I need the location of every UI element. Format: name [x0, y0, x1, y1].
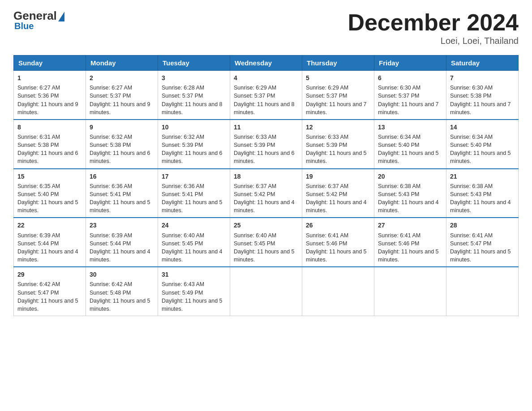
daylight-label: Daylight: 11 hours and 4 minutes.: [378, 199, 439, 214]
daylight-label: Daylight: 11 hours and 8 minutes.: [234, 101, 295, 116]
calendar-cell: 9Sunrise: 6:32 AMSunset: 5:38 PMDaylight…: [86, 120, 158, 169]
sunrise-label: Sunrise: 6:32 AM: [162, 134, 204, 140]
sunrise-label: Sunrise: 6:42 AM: [17, 281, 60, 287]
day-number: 13: [378, 123, 442, 132]
daylight-label: Daylight: 11 hours and 4 minutes.: [17, 248, 78, 263]
daylight-label: Daylight: 11 hours and 7 minutes.: [378, 101, 439, 116]
calendar-header-row: SundayMondayTuesdayWednesdayThursdayFrid…: [14, 56, 519, 71]
day-number: 29: [17, 270, 82, 279]
day-number: 27: [378, 221, 442, 230]
sunset-label: Sunset: 5:39 PM: [162, 142, 203, 148]
sunset-label: Sunset: 5:39 PM: [234, 142, 275, 148]
day-number: 26: [306, 221, 370, 230]
sunset-label: Sunset: 5:47 PM: [450, 240, 491, 247]
day-number: 24: [162, 221, 226, 230]
title-block: December 2024 Loei, Loei, Thailand: [348, 9, 519, 46]
column-header-wednesday: Wednesday: [230, 56, 302, 71]
daylight-label: Daylight: 11 hours and 8 minutes.: [162, 101, 223, 116]
sunrise-label: Sunrise: 6:30 AM: [450, 85, 493, 91]
column-header-monday: Monday: [86, 56, 158, 71]
calendar-cell: 21Sunrise: 6:38 AMSunset: 5:43 PMDayligh…: [446, 169, 519, 218]
day-number: 20: [378, 172, 442, 181]
logo-triangle-icon: [58, 12, 64, 21]
calendar-cell: [302, 267, 374, 316]
calendar-cell: 3Sunrise: 6:28 AMSunset: 5:37 PMDaylight…: [158, 71, 230, 120]
sunset-label: Sunset: 5:37 PM: [162, 93, 203, 99]
calendar-cell: 5Sunrise: 6:29 AMSunset: 5:37 PMDaylight…: [302, 71, 374, 120]
day-number: 11: [234, 123, 298, 132]
sunset-label: Sunset: 5:38 PM: [17, 142, 59, 148]
calendar-cell: [446, 267, 519, 316]
calendar-cell: 26Sunrise: 6:41 AMSunset: 5:46 PMDayligh…: [302, 218, 374, 267]
calendar-cell: 10Sunrise: 6:32 AMSunset: 5:39 PMDayligh…: [158, 120, 230, 169]
sunrise-label: Sunrise: 6:27 AM: [90, 85, 132, 91]
calendar-cell: 12Sunrise: 6:33 AMSunset: 5:39 PMDayligh…: [302, 120, 374, 169]
sunrise-label: Sunrise: 6:33 AM: [234, 134, 276, 140]
day-number: 5: [306, 73, 370, 82]
day-number: 15: [17, 172, 82, 181]
daylight-label: Daylight: 11 hours and 5 minutes.: [162, 298, 223, 312]
sunset-label: Sunset: 5:46 PM: [378, 240, 419, 247]
daylight-label: Daylight: 11 hours and 6 minutes.: [234, 150, 295, 164]
sunset-label: Sunset: 5:40 PM: [450, 142, 491, 148]
calendar-cell: 8Sunrise: 6:31 AMSunset: 5:38 PMDaylight…: [14, 120, 86, 169]
calendar-cell: 15Sunrise: 6:35 AMSunset: 5:40 PMDayligh…: [14, 169, 86, 218]
sunset-label: Sunset: 5:44 PM: [90, 240, 131, 247]
daylight-label: Daylight: 11 hours and 5 minutes.: [306, 248, 367, 263]
calendar-cell: [374, 267, 446, 316]
month-title: December 2024: [348, 9, 519, 36]
sunset-label: Sunset: 5:37 PM: [306, 93, 347, 99]
daylight-label: Daylight: 11 hours and 4 minutes.: [306, 199, 367, 214]
sunset-label: Sunset: 5:39 PM: [306, 142, 347, 148]
sunrise-label: Sunrise: 6:34 AM: [378, 134, 420, 140]
day-number: 14: [450, 123, 515, 132]
sunset-label: Sunset: 5:43 PM: [378, 191, 419, 197]
page-header: General Blue December 2024 Loei, Loei, T…: [13, 9, 519, 46]
sunrise-label: Sunrise: 6:34 AM: [450, 134, 493, 140]
daylight-label: Daylight: 11 hours and 7 minutes.: [306, 101, 367, 116]
daylight-label: Daylight: 11 hours and 6 minutes.: [90, 150, 150, 164]
sunrise-label: Sunrise: 6:39 AM: [90, 232, 132, 239]
sunrise-label: Sunrise: 6:41 AM: [450, 232, 493, 239]
sunrise-label: Sunrise: 6:36 AM: [162, 183, 204, 189]
day-number: 23: [90, 221, 154, 230]
day-number: 8: [17, 123, 82, 132]
calendar-cell: 28Sunrise: 6:41 AMSunset: 5:47 PMDayligh…: [446, 218, 519, 267]
daylight-label: Daylight: 11 hours and 4 minutes.: [234, 199, 295, 214]
day-number: 30: [90, 270, 154, 279]
location-label: Loei, Loei, Thailand: [348, 36, 519, 46]
sunset-label: Sunset: 5:40 PM: [17, 191, 59, 197]
calendar-cell: 11Sunrise: 6:33 AMSunset: 5:39 PMDayligh…: [230, 120, 302, 169]
calendar-week-row: 15Sunrise: 6:35 AMSunset: 5:40 PMDayligh…: [14, 169, 519, 218]
sunset-label: Sunset: 5:49 PM: [162, 290, 203, 296]
column-header-saturday: Saturday: [446, 56, 519, 71]
daylight-label: Daylight: 11 hours and 5 minutes.: [90, 199, 150, 214]
sunset-label: Sunset: 5:45 PM: [162, 240, 203, 247]
calendar-cell: 29Sunrise: 6:42 AMSunset: 5:47 PMDayligh…: [14, 267, 86, 316]
calendar-cell: 19Sunrise: 6:37 AMSunset: 5:42 PMDayligh…: [302, 169, 374, 218]
daylight-label: Daylight: 11 hours and 5 minutes.: [450, 248, 511, 263]
sunrise-label: Sunrise: 6:31 AM: [17, 134, 60, 140]
calendar-cell: 24Sunrise: 6:40 AMSunset: 5:45 PMDayligh…: [158, 218, 230, 267]
daylight-label: Daylight: 11 hours and 5 minutes.: [17, 298, 78, 312]
sunrise-label: Sunrise: 6:27 AM: [17, 85, 60, 91]
calendar-cell: 31Sunrise: 6:43 AMSunset: 5:49 PMDayligh…: [158, 267, 230, 316]
sunrise-label: Sunrise: 6:39 AM: [17, 232, 60, 239]
daylight-label: Daylight: 11 hours and 5 minutes.: [378, 248, 439, 263]
sunrise-label: Sunrise: 6:41 AM: [378, 232, 420, 239]
day-number: 7: [450, 73, 515, 82]
sunrise-label: Sunrise: 6:35 AM: [17, 183, 60, 189]
calendar-cell: 30Sunrise: 6:42 AMSunset: 5:48 PMDayligh…: [86, 267, 158, 316]
daylight-label: Daylight: 11 hours and 9 minutes.: [90, 101, 150, 116]
calendar-cell: 6Sunrise: 6:30 AMSunset: 5:37 PMDaylight…: [374, 71, 446, 120]
daylight-label: Daylight: 11 hours and 7 minutes.: [450, 101, 511, 116]
sunrise-label: Sunrise: 6:29 AM: [306, 85, 348, 91]
day-number: 3: [162, 73, 226, 82]
sunset-label: Sunset: 5:37 PM: [90, 93, 131, 99]
sunset-label: Sunset: 5:41 PM: [162, 191, 203, 197]
daylight-label: Daylight: 11 hours and 5 minutes.: [162, 199, 223, 214]
sunrise-label: Sunrise: 6:37 AM: [234, 183, 276, 189]
logo-blue-text: Blue: [14, 21, 34, 31]
daylight-label: Daylight: 11 hours and 5 minutes.: [450, 150, 511, 164]
calendar-week-row: 22Sunrise: 6:39 AMSunset: 5:44 PMDayligh…: [14, 218, 519, 267]
